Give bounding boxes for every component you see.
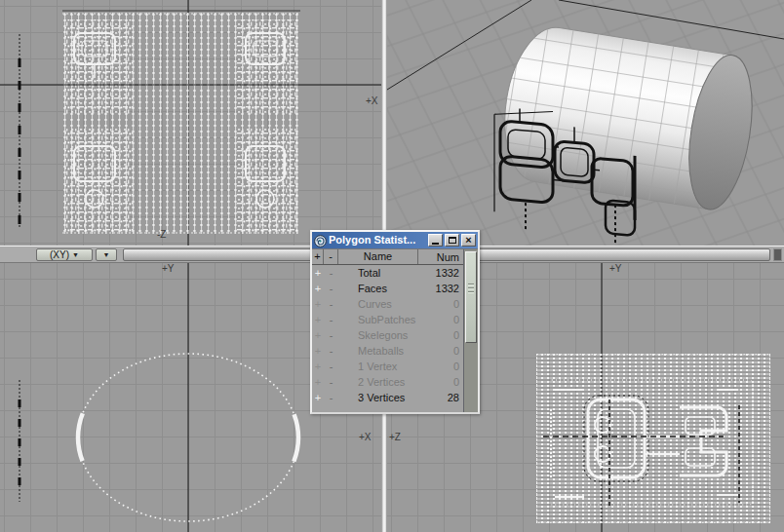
axis-label-plus-y: +Y xyxy=(609,263,622,274)
row-include-button[interactable]: + xyxy=(312,283,324,294)
axis-label-plus-x: +X xyxy=(359,432,372,442)
stat-row-curves[interactable]: + - Curves 0 xyxy=(312,296,463,312)
axis-label-plus-y: +Y xyxy=(162,263,175,274)
row-label: 3 Vertices xyxy=(338,392,418,403)
row-exclude-button[interactable]: - xyxy=(324,298,338,310)
row-exclude-button[interactable]: - xyxy=(324,345,338,357)
row-count: 1332 xyxy=(418,283,463,294)
row-count: 0 xyxy=(418,314,463,325)
wireframe-cylinder-top-view xyxy=(62,11,300,234)
close-button[interactable]: × xyxy=(461,234,476,247)
row-include-button[interactable]: + xyxy=(312,267,324,279)
panel-body: + - Name Num + - Total 1332 + - Faces 13… xyxy=(312,248,478,412)
row-label: 2 Vertices xyxy=(338,376,418,388)
row-include-button[interactable]: + xyxy=(312,392,324,403)
row-exclude-button[interactable]: - xyxy=(324,392,338,403)
polygon-statistics-panel: Polygon Statist... × + - Name Num + - To… xyxy=(310,230,480,414)
row-exclude-button[interactable]: - xyxy=(324,283,338,294)
row-label: Faces xyxy=(338,283,418,294)
panel-scrollbar[interactable] xyxy=(463,249,478,412)
row-label: Curves xyxy=(338,298,418,310)
row-label: Total xyxy=(338,267,418,279)
row-label: Metaballs xyxy=(338,345,418,357)
panel-titlebar[interactable]: Polygon Statist... × xyxy=(312,232,478,248)
stat-row-1-vertex[interactable]: + - 1 Vertex 0 xyxy=(312,359,463,374)
row-include-button[interactable]: + xyxy=(312,329,324,341)
modeler-window: +X -Z xyxy=(0,0,784,532)
chevron-down-icon: ▼ xyxy=(103,251,110,258)
stat-row-total[interactable]: + - Total 1332 xyxy=(312,265,463,281)
row-exclude-button[interactable]: - xyxy=(324,376,338,388)
column-header-minus[interactable]: - xyxy=(324,249,338,264)
maximize-button[interactable] xyxy=(445,234,459,247)
pane-split-button[interactable] xyxy=(773,248,782,261)
scrollbar-grip xyxy=(467,282,475,295)
panel-title: Polygon Statist... xyxy=(329,232,426,248)
row-count: 1332 xyxy=(418,267,463,279)
row-include-button[interactable]: + xyxy=(312,345,324,357)
table-header-row: + - Name Num xyxy=(312,249,463,265)
stat-row-faces[interactable]: + - Faces 1332 xyxy=(312,281,463,296)
scrollbar-thumb[interactable] xyxy=(465,251,477,343)
stat-row-metaballs[interactable]: + - Metaballs 0 xyxy=(312,343,463,359)
axis-label-minus-z: -Z xyxy=(157,229,166,240)
row-include-button[interactable]: + xyxy=(312,298,324,310)
row-exclude-button[interactable]: - xyxy=(324,314,338,325)
row-exclude-button[interactable]: - xyxy=(324,267,338,279)
row-include-button[interactable]: + xyxy=(312,314,324,325)
row-label: Skelegons xyxy=(338,329,418,341)
stat-row-3-vertices[interactable]: + - 3 Vertices 28 xyxy=(312,390,463,405)
row-count: 0 xyxy=(418,376,463,388)
stat-row-2-vertices[interactable]: + - 2 Vertices 0 xyxy=(312,374,463,390)
axis-label-plus-z: +Z xyxy=(389,432,401,442)
row-label: SubPatches xyxy=(338,314,418,325)
stat-row-subpatches[interactable]: + - SubPatches 0 xyxy=(312,312,463,327)
stat-row-skelegons[interactable]: + - Skelegons 0 xyxy=(312,327,463,343)
view-axis-dropdown[interactable]: (XY) ▼ xyxy=(36,248,93,261)
column-header-num: Num xyxy=(418,251,463,263)
viewport-top-left[interactable]: +X -Z xyxy=(0,0,382,246)
row-label: 1 Vertex xyxy=(338,361,418,372)
row-count: 0 xyxy=(418,298,463,310)
row-exclude-button[interactable]: - xyxy=(324,329,338,341)
column-header-plus[interactable]: + xyxy=(312,249,324,264)
row-count: 0 xyxy=(418,345,463,357)
statistics-table: + - Name Num + - Total 1332 + - Faces 13… xyxy=(312,249,463,405)
axis-label-plus-x: +X xyxy=(366,95,378,106)
minimize-button[interactable] xyxy=(428,234,443,247)
row-include-button[interactable]: + xyxy=(312,361,324,372)
row-include-button[interactable]: + xyxy=(312,376,324,388)
row-count: 0 xyxy=(418,361,463,372)
column-header-name: Name xyxy=(338,249,418,264)
row-count: 0 xyxy=(418,329,463,341)
chevron-down-icon: ▼ xyxy=(72,251,79,258)
row-exclude-button[interactable]: - xyxy=(324,361,338,372)
side-view-wireframe xyxy=(536,354,770,523)
lightwave-swirl-icon xyxy=(314,234,327,247)
viewport-perspective[interactable] xyxy=(387,0,784,246)
view-mode-dropdown[interactable]: ▼ xyxy=(96,248,117,261)
row-count: 28 xyxy=(418,392,463,403)
view-axis-label: (XY) xyxy=(50,249,69,260)
